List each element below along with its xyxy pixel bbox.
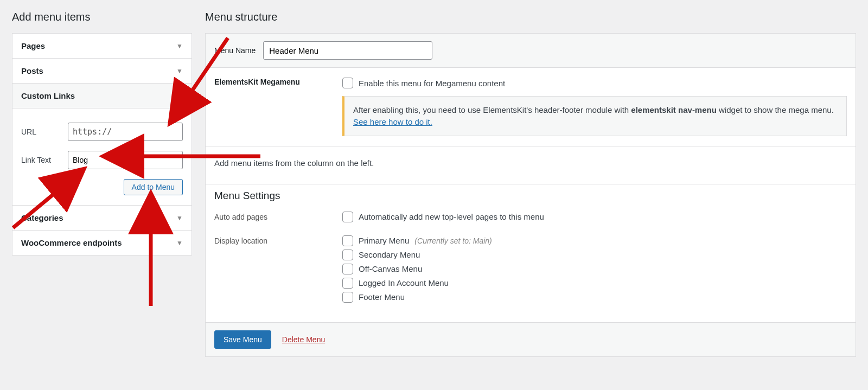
location-offcanvas-label: Off-Canvas Menu [359,264,422,273]
notice-link[interactable]: See here how to do it. [353,117,432,126]
link-text-input[interactable] [68,151,183,169]
auto-add-checkbox-label: Automatically add new top-level pages to… [359,212,544,221]
location-footer-checkbox[interactable] [342,292,353,303]
save-menu-button[interactable]: Save Menu [214,330,271,349]
accordion-woocommerce-label: WooCommerce endpoints [21,238,122,247]
accordion-posts-label: Posts [21,66,43,75]
caret-down-icon: ▼ [176,67,183,75]
enable-megamenu-checkbox[interactable] [342,78,353,88]
delete-menu-link[interactable]: Delete Menu [282,335,325,344]
add-menu-items-title: Add menu items [12,11,192,23]
location-primary-checkbox[interactable] [342,235,353,246]
menu-structure-title: Menu structure [205,11,856,23]
display-location-label: Display location [214,235,342,245]
auto-add-pages-label: Auto add pages [214,212,342,221]
notice-text-a: After enabling this, you need to use Ele… [353,105,631,114]
accordion-posts[interactable]: Posts ▼ [12,58,192,83]
notice-bold: elementskit nav-menu [631,105,717,114]
location-primary-label: Primary Menu [359,236,409,245]
location-secondary-checkbox[interactable] [342,250,353,260]
location-footer-label: Footer Menu [359,292,405,302]
caret-down-icon: ▼ [176,42,183,50]
auto-add-checkbox[interactable] [342,212,353,222]
location-primary-note: (Currently set to: Main) [414,236,492,245]
menu-settings-heading: Menu Settings [206,184,856,212]
caret-down-icon: ▼ [176,239,183,247]
location-secondary-label: Secondary Menu [359,250,420,259]
url-label: URL [21,127,68,136]
link-text-label: Link Text [21,156,68,164]
accordion-custom-links[interactable]: Custom Links ▲ [12,83,192,108]
location-logged-checkbox[interactable] [342,278,353,289]
accordion-pages-label: Pages [21,41,45,50]
accordion-woocommerce[interactable]: WooCommerce endpoints ▼ [12,230,192,255]
caret-up-icon: ▲ [176,92,183,100]
menu-name-input[interactable] [263,41,432,60]
notice-text-b: widget to show the mega menu. [717,105,834,114]
location-offcanvas-checkbox[interactable] [342,264,353,274]
accordion-pages[interactable]: Pages ▼ [12,34,192,58]
location-logged-label: Logged In Account Menu [359,278,449,287]
megamenu-label: ElementsKit Megamenu [214,78,342,86]
url-input[interactable] [68,123,183,141]
menu-structure-panel: Menu Name ElementsKit Megamenu Enable th… [205,33,856,357]
add-to-menu-button[interactable]: Add to Menu [124,179,183,195]
enable-megamenu-label: Enable this menu for Megamenu content [359,79,505,88]
megamenu-notice: After enabling this, you need to use Ele… [342,96,847,136]
add-items-hint: Add menu items from the column on the le… [206,146,856,173]
accordion-custom-links-label: Custom Links [21,91,75,100]
accordion-categories-label: Categories [21,213,63,222]
caret-down-icon: ▼ [176,214,183,222]
accordion-categories[interactable]: Categories ▼ [12,205,192,230]
custom-links-panel: URL Link Text Add to Menu [12,108,192,205]
menu-items-accordion: Pages ▼ Posts ▼ Custom Links ▲ URL [12,33,192,255]
menu-name-label: Menu Name [214,46,256,55]
